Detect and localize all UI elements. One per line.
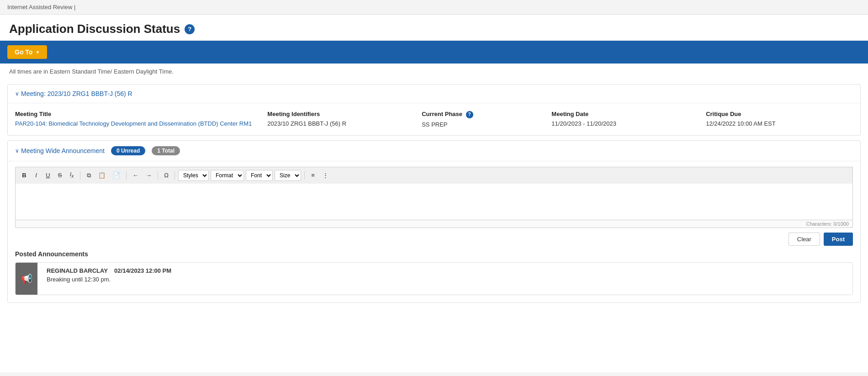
paste-button[interactable]: 📋 — [95, 170, 108, 180]
announcement-section-label: Meeting Wide Announcement — [21, 147, 105, 154]
undo-button[interactable]: ← — [130, 170, 141, 180]
announcement-icon: 📢 — [16, 263, 37, 295]
announcement-section-header: ∨ Meeting Wide Announcement 0 Unread 1 T… — [8, 141, 860, 161]
posted-title: Posted Announcements — [15, 250, 853, 258]
meeting-phase-header: Current Phase ? — [422, 111, 544, 118]
copy-button[interactable]: ⧉ — [84, 170, 94, 180]
size-select[interactable]: Size — [275, 170, 301, 181]
announcement-author: REGINALD BARCLAY — [47, 267, 108, 274]
announcement-collapse-icon: ∨ — [15, 148, 19, 154]
meeting-identifiers-value: 2023/10 ZRG1 BBBT-J (56) R — [267, 120, 414, 127]
paste-text-button[interactable]: 📄 — [110, 170, 123, 180]
page-title: Application Discussion Status — [9, 22, 180, 36]
meeting-title-col: Meeting Title PAR20-104: Biomedical Tech… — [15, 111, 260, 128]
meeting-date-col: Meeting Date 11/20/2023 - 11/20/2023 — [551, 111, 699, 128]
meeting-section: ∨ Meeting: 2023/10 ZRG1 BBBT-J (56) R Me… — [7, 84, 861, 136]
phase-help-icon[interactable]: ? — [466, 111, 473, 118]
meeting-section-header: ∨ Meeting: 2023/10 ZRG1 BBBT-J (56) R — [8, 85, 860, 103]
announcement-timestamp: 02/14/2023 12:00 PM — [114, 267, 171, 274]
meeting-section-label: Meeting: — [21, 90, 46, 97]
meeting-critique-value: 12/24/2022 10:00 AM EST — [706, 120, 853, 127]
meeting-title-header: Meeting Title — [15, 111, 260, 117]
special-char-button[interactable]: Ω — [161, 170, 171, 180]
editor-actions: Clear Post — [8, 228, 860, 250]
underline-button[interactable]: U — [43, 170, 53, 180]
font-select[interactable]: Font — [246, 170, 273, 181]
toolbar-divider-1 — [80, 171, 80, 180]
clear-format-button[interactable]: Ix — [67, 170, 77, 180]
announcement-collapse-toggle[interactable]: ∨ Meeting Wide Announcement — [15, 147, 105, 154]
meeting-collapse-icon: ∨ — [15, 90, 19, 97]
list-unordered-button[interactable]: ⋮ — [320, 170, 331, 180]
toolbar-divider-4 — [175, 171, 175, 180]
meeting-phase-value: SS PREP — [422, 121, 544, 128]
announcement-item: 📢 REGINALD BARCLAY 02/14/2023 12:00 PM B… — [15, 262, 853, 295]
toolbar-divider-5 — [304, 171, 305, 180]
bold-button[interactable]: B — [19, 170, 29, 180]
meeting-critique-header: Critique Due — [706, 111, 853, 117]
announcement-section: ∨ Meeting Wide Announcement 0 Unread 1 T… — [7, 140, 861, 303]
goto-label: Go To — [15, 48, 32, 56]
top-bar-separator: | — [74, 4, 75, 11]
redo-button[interactable]: → — [143, 170, 154, 180]
goto-button[interactable]: Go To ▼ — [7, 45, 47, 59]
meeting-identifiers-col: Meeting Identifiers 2023/10 ZRG1 BBBT-J … — [267, 111, 414, 128]
strikethrough-button[interactable]: S — [55, 170, 65, 180]
announcement-content: REGINALD BARCLAY 02/14/2023 12:00 PM Bre… — [43, 263, 852, 287]
clear-button[interactable]: Clear — [789, 233, 820, 246]
meeting-date-header: Meeting Date — [551, 111, 699, 117]
posted-announcements-section: Posted Announcements 📢 REGINALD BARCLAY … — [8, 250, 860, 302]
styles-select[interactable]: Styles — [178, 170, 209, 181]
toolbar-divider-2 — [126, 171, 127, 180]
post-button[interactable]: Post — [824, 233, 853, 246]
meeting-section-id[interactable]: 2023/10 ZRG1 BBBT-J (56) R — [48, 90, 132, 97]
toolbar-bar: Go To ▼ — [0, 41, 868, 64]
meeting-identifiers-header: Meeting Identifiers — [267, 111, 414, 117]
timezone-note: All times are in Eastern Standard Time/ … — [0, 64, 868, 79]
announcement-meta: REGINALD BARCLAY 02/14/2023 12:00 PM — [47, 267, 849, 274]
meeting-date-value: 11/20/2023 - 11/20/2023 — [551, 120, 699, 127]
meeting-critique-col: Critique Due 12/24/2022 10:00 AM EST — [706, 111, 853, 128]
format-select[interactable]: Format — [211, 170, 244, 181]
meeting-collapse-toggle[interactable]: ∨ Meeting: 2023/10 ZRG1 BBBT-J (56) R — [15, 90, 132, 97]
toolbar-divider-3 — [158, 171, 158, 180]
editor-section: B I U S Ix ⧉ 📋 📄 ← → Ω Styles Forma — [8, 161, 860, 228]
italic-button[interactable]: I — [31, 170, 41, 180]
editor-char-count: Characters: 0/1000 — [15, 220, 853, 228]
editor-body[interactable] — [15, 184, 853, 220]
page-help-icon[interactable]: ? — [185, 24, 195, 34]
list-ordered-button[interactable]: ≡ — [308, 170, 318, 180]
goto-arrow: ▼ — [35, 50, 40, 55]
meeting-phase-col: Current Phase ? SS PREP — [422, 111, 544, 128]
announcement-text: Breaking until 12:30 pm. — [47, 276, 849, 283]
editor-toolbar: B I U S Ix ⧉ 📋 📄 ← → Ω Styles Forma — [15, 167, 853, 184]
unread-badge: 0 Unread — [111, 146, 145, 155]
meeting-table: Meeting Title PAR20-104: Biomedical Tech… — [8, 103, 860, 135]
app-title: Internet Assisted Review — [7, 4, 72, 11]
meeting-title-value[interactable]: PAR20-104: Biomedical Technology Develop… — [15, 120, 260, 127]
total-badge: 1 Total — [152, 146, 180, 155]
